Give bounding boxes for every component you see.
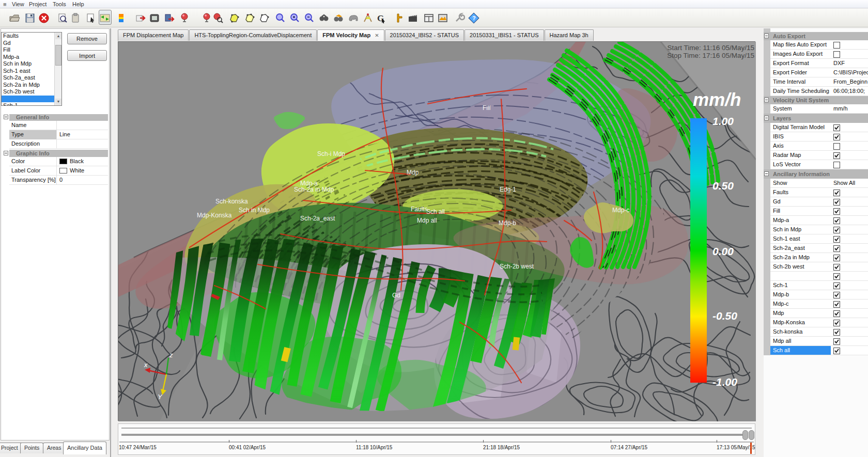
svg-text:Sch-2a in Mdp: Sch-2a in Mdp <box>294 186 334 193</box>
svg-text:Mdp-c: Mdp-c <box>612 207 629 214</box>
svg-text:-0.50: -0.50 <box>712 310 737 322</box>
svg-text:Mdp-b: Mdp-b <box>499 219 516 227</box>
svg-text:Edg-1: Edg-1 <box>500 186 516 193</box>
svg-text:?: ? <box>472 15 476 21</box>
svg-text:Sch-2a_east: Sch-2a_east <box>300 215 335 222</box>
svg-text:Fill: Fill <box>483 104 490 112</box>
svg-text:Faults: Faults <box>411 206 428 213</box>
svg-text:Sch-konska: Sch-konska <box>215 198 248 205</box>
svg-text:0.50: 0.50 <box>712 180 734 192</box>
svg-text:Sch all: Sch all <box>426 208 445 215</box>
svg-text:Sch-i Mdp: Sch-i Mdp <box>317 150 345 157</box>
svg-text:Gd: Gd <box>392 292 400 299</box>
svg-text:-1.00: -1.00 <box>712 376 737 388</box>
svg-text:1.00: 1.00 <box>712 115 734 127</box>
svg-text:Start Time: 11:16 05/May/15: Start Time: 11:16 05/May/15 <box>667 44 754 52</box>
svg-text:Mdp-Konska: Mdp-Konska <box>197 212 232 219</box>
svg-text:Sch-2b west: Sch-2b west <box>500 263 534 270</box>
svg-text:mm/h: mm/h <box>693 89 741 109</box>
svg-text:0.00: 0.00 <box>712 245 734 257</box>
svg-text:x: x <box>144 361 148 369</box>
svg-text:Mdp: Mdp <box>407 169 419 176</box>
svg-text:Stop Time: 17:16 05/May/15: Stop Time: 17:16 05/May/15 <box>667 52 754 59</box>
svg-text:Y: Y <box>158 393 163 401</box>
svg-text:z: z <box>169 351 173 359</box>
svg-text:Mdp all: Mdp all <box>417 217 437 224</box>
svg-text:Sch in Mdp: Sch in Mdp <box>239 207 270 214</box>
